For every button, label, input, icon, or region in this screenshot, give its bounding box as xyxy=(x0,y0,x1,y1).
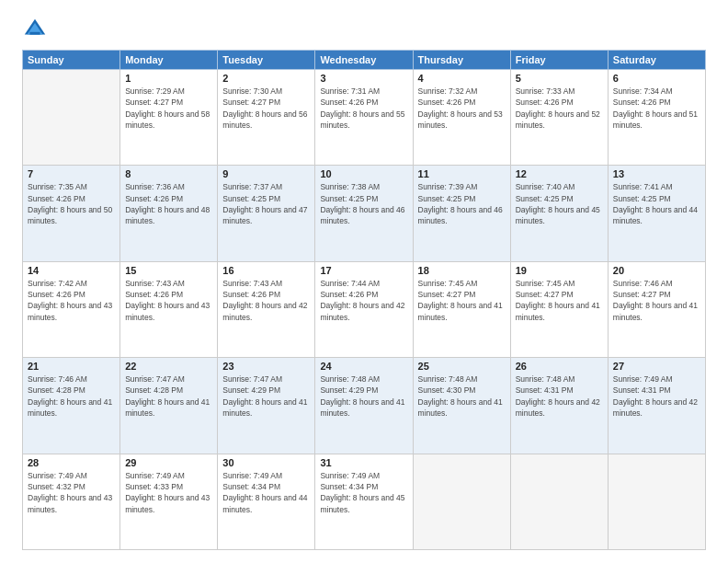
week-row-3: 14 Sunrise: 7:42 AM Sunset: 4:26 PM Dayl… xyxy=(23,261,706,357)
day-info: Sunrise: 7:40 AM Sunset: 4:25 PM Dayligh… xyxy=(516,181,603,226)
day-number: 19 xyxy=(516,265,603,276)
day-number: 9 xyxy=(222,168,310,179)
calendar-cell: 6 Sunrise: 7:34 AM Sunset: 4:26 PM Dayli… xyxy=(608,70,705,166)
week-row-2: 7 Sunrise: 7:35 AM Sunset: 4:26 PM Dayli… xyxy=(23,166,706,261)
header xyxy=(22,17,706,42)
page: SundayMondayTuesdayWednesdayThursdayFrid… xyxy=(0,0,728,563)
day-info: Sunrise: 7:47 AM Sunset: 4:29 PM Dayligh… xyxy=(222,373,310,419)
day-info: Sunrise: 7:43 AM Sunset: 4:26 PM Dayligh… xyxy=(125,278,212,323)
day-info: Sunrise: 7:44 AM Sunset: 4:26 PM Dayligh… xyxy=(320,278,407,323)
day-info: Sunrise: 7:36 AM Sunset: 4:26 PM Dayligh… xyxy=(125,181,212,226)
day-info: Sunrise: 7:45 AM Sunset: 4:27 PM Dayligh… xyxy=(418,278,506,323)
day-number: 24 xyxy=(320,361,407,372)
weekday-header-sunday: Sunday xyxy=(23,51,120,70)
day-number: 31 xyxy=(320,457,407,468)
day-info: Sunrise: 7:48 AM Sunset: 4:29 PM Dayligh… xyxy=(320,373,407,419)
calendar-cell: 15 Sunrise: 7:43 AM Sunset: 4:26 PM Dayl… xyxy=(120,261,218,357)
day-number: 18 xyxy=(418,265,506,276)
day-number: 30 xyxy=(222,457,310,468)
day-number: 22 xyxy=(125,361,212,372)
day-number: 25 xyxy=(418,361,506,372)
calendar-cell xyxy=(510,454,608,549)
calendar-cell: 27 Sunrise: 7:49 AM Sunset: 4:31 PM Dayl… xyxy=(608,358,705,454)
calendar-cell: 16 Sunrise: 7:43 AM Sunset: 4:26 PM Dayl… xyxy=(218,261,315,357)
calendar-cell: 7 Sunrise: 7:35 AM Sunset: 4:26 PM Dayli… xyxy=(23,166,120,261)
calendar-cell: 21 Sunrise: 7:46 AM Sunset: 4:28 PM Dayl… xyxy=(23,358,120,454)
calendar-cell: 13 Sunrise: 7:41 AM Sunset: 4:25 PM Dayl… xyxy=(608,166,705,261)
calendar-cell: 26 Sunrise: 7:48 AM Sunset: 4:31 PM Dayl… xyxy=(510,358,608,454)
day-number: 27 xyxy=(613,361,700,372)
day-number: 2 xyxy=(222,73,310,84)
calendar-cell: 28 Sunrise: 7:49 AM Sunset: 4:32 PM Dayl… xyxy=(23,454,120,549)
day-info: Sunrise: 7:48 AM Sunset: 4:30 PM Dayligh… xyxy=(418,373,506,419)
week-row-5: 28 Sunrise: 7:49 AM Sunset: 4:32 PM Dayl… xyxy=(23,454,706,549)
day-info: Sunrise: 7:46 AM Sunset: 4:27 PM Dayligh… xyxy=(613,278,700,323)
calendar-cell: 23 Sunrise: 7:47 AM Sunset: 4:29 PM Dayl… xyxy=(218,358,315,454)
day-number: 6 xyxy=(613,73,700,84)
day-number: 15 xyxy=(125,265,212,276)
calendar-cell: 5 Sunrise: 7:33 AM Sunset: 4:26 PM Dayli… xyxy=(510,70,608,166)
calendar-cell: 3 Sunrise: 7:31 AM Sunset: 4:26 PM Dayli… xyxy=(315,70,413,166)
day-info: Sunrise: 7:43 AM Sunset: 4:26 PM Dayligh… xyxy=(222,278,310,323)
weekday-header-tuesday: Tuesday xyxy=(218,51,315,70)
calendar-cell: 25 Sunrise: 7:48 AM Sunset: 4:30 PM Dayl… xyxy=(413,358,510,454)
calendar-cell: 12 Sunrise: 7:40 AM Sunset: 4:25 PM Dayl… xyxy=(510,166,608,261)
day-number: 20 xyxy=(613,265,700,276)
day-number: 8 xyxy=(125,168,212,179)
calendar-cell xyxy=(608,454,705,549)
day-number: 5 xyxy=(516,73,603,84)
day-info: Sunrise: 7:30 AM Sunset: 4:27 PM Dayligh… xyxy=(222,86,310,131)
calendar-cell: 19 Sunrise: 7:45 AM Sunset: 4:27 PM Dayl… xyxy=(510,261,608,357)
calendar-cell: 11 Sunrise: 7:39 AM Sunset: 4:25 PM Dayl… xyxy=(413,166,510,261)
day-number: 28 xyxy=(28,457,115,468)
day-number: 1 xyxy=(125,73,212,84)
calendar-cell xyxy=(413,454,510,549)
calendar-cell: 20 Sunrise: 7:46 AM Sunset: 4:27 PM Dayl… xyxy=(608,261,705,357)
calendar-cell: 29 Sunrise: 7:49 AM Sunset: 4:33 PM Dayl… xyxy=(120,454,218,549)
day-number: 26 xyxy=(516,361,603,372)
day-info: Sunrise: 7:29 AM Sunset: 4:27 PM Dayligh… xyxy=(125,86,212,131)
day-info: Sunrise: 7:49 AM Sunset: 4:34 PM Dayligh… xyxy=(222,470,310,515)
week-row-1: 1 Sunrise: 7:29 AM Sunset: 4:27 PM Dayli… xyxy=(23,70,706,166)
calendar-cell: 8 Sunrise: 7:36 AM Sunset: 4:26 PM Dayli… xyxy=(120,166,218,261)
day-info: Sunrise: 7:38 AM Sunset: 4:25 PM Dayligh… xyxy=(320,181,407,226)
logo xyxy=(22,17,51,42)
weekday-header-row: SundayMondayTuesdayWednesdayThursdayFrid… xyxy=(23,51,706,70)
day-number: 17 xyxy=(320,265,407,276)
day-info: Sunrise: 7:31 AM Sunset: 4:26 PM Dayligh… xyxy=(320,86,407,131)
day-info: Sunrise: 7:46 AM Sunset: 4:28 PM Dayligh… xyxy=(28,373,115,419)
day-number: 4 xyxy=(418,73,506,84)
day-number: 29 xyxy=(125,457,212,468)
calendar-cell: 9 Sunrise: 7:37 AM Sunset: 4:25 PM Dayli… xyxy=(218,166,315,261)
calendar-cell: 22 Sunrise: 7:47 AM Sunset: 4:28 PM Dayl… xyxy=(120,358,218,454)
weekday-header-friday: Friday xyxy=(510,51,608,70)
day-info: Sunrise: 7:34 AM Sunset: 4:26 PM Dayligh… xyxy=(613,86,700,131)
calendar: SundayMondayTuesdayWednesdayThursdayFrid… xyxy=(22,50,706,550)
day-number: 7 xyxy=(28,168,115,179)
day-info: Sunrise: 7:45 AM Sunset: 4:27 PM Dayligh… xyxy=(516,278,603,323)
weekday-header-thursday: Thursday xyxy=(413,51,510,70)
day-number: 11 xyxy=(418,168,506,179)
day-number: 21 xyxy=(28,361,115,372)
day-number: 23 xyxy=(222,361,310,372)
svg-rect-2 xyxy=(29,32,40,35)
day-info: Sunrise: 7:48 AM Sunset: 4:31 PM Dayligh… xyxy=(516,373,603,419)
calendar-cell: 30 Sunrise: 7:49 AM Sunset: 4:34 PM Dayl… xyxy=(218,454,315,549)
day-info: Sunrise: 7:33 AM Sunset: 4:26 PM Dayligh… xyxy=(516,86,603,131)
day-number: 14 xyxy=(28,265,115,276)
day-info: Sunrise: 7:49 AM Sunset: 4:32 PM Dayligh… xyxy=(28,470,115,515)
calendar-cell: 31 Sunrise: 7:49 AM Sunset: 4:34 PM Dayl… xyxy=(315,454,413,549)
calendar-cell: 2 Sunrise: 7:30 AM Sunset: 4:27 PM Dayli… xyxy=(218,70,315,166)
day-info: Sunrise: 7:35 AM Sunset: 4:26 PM Dayligh… xyxy=(28,181,115,226)
logo-icon xyxy=(22,17,48,42)
day-number: 13 xyxy=(613,168,700,179)
day-info: Sunrise: 7:42 AM Sunset: 4:26 PM Dayligh… xyxy=(28,278,115,323)
calendar-cell: 18 Sunrise: 7:45 AM Sunset: 4:27 PM Dayl… xyxy=(413,261,510,357)
calendar-cell xyxy=(23,70,120,166)
day-info: Sunrise: 7:41 AM Sunset: 4:25 PM Dayligh… xyxy=(613,181,700,226)
weekday-header-monday: Monday xyxy=(120,51,218,70)
day-info: Sunrise: 7:47 AM Sunset: 4:28 PM Dayligh… xyxy=(125,373,212,419)
calendar-cell: 24 Sunrise: 7:48 AM Sunset: 4:29 PM Dayl… xyxy=(315,358,413,454)
day-number: 12 xyxy=(516,168,603,179)
calendar-cell: 10 Sunrise: 7:38 AM Sunset: 4:25 PM Dayl… xyxy=(315,166,413,261)
